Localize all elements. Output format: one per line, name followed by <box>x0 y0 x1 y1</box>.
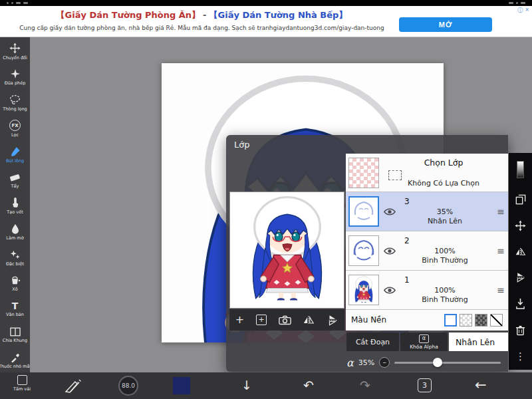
layer-thumbnail[interactable] <box>348 275 379 305</box>
selection-title: Chọn Lớp <box>379 158 508 168</box>
layer-blend-mode: Bình Thường <box>396 295 493 305</box>
tool-divide-frame[interactable]: Chia Khung <box>0 323 30 348</box>
frame-divider-icon <box>10 327 21 336</box>
redo-button[interactable]: ↷ <box>360 377 370 393</box>
flip-vertical-icon[interactable] <box>516 271 525 283</box>
layer-row-3[interactable]: 3 35% Nhân Lên ≡ <box>346 192 508 231</box>
layers-panel-title: Lớp <box>234 140 249 150</box>
more-options-icon[interactable]: ⋮ <box>515 352 525 362</box>
tool-label: Tẩy <box>11 184 19 189</box>
canvas-icon <box>17 375 27 385</box>
background-color-label: Màu Nền <box>351 315 386 325</box>
layers-button[interactable]: 3 <box>418 378 432 392</box>
tool-magic-wand[interactable]: Đũa phép <box>0 65 30 90</box>
opacity-decrease-button[interactable]: – <box>379 357 390 368</box>
dual-pen-icon <box>64 383 82 396</box>
add-special-layer-icon[interactable]: + <box>256 315 267 325</box>
ad-open-button[interactable]: MỞ <box>399 17 492 32</box>
selection-layer-row[interactable]: Chọn Lớp Không Có Lựa Chọn <box>346 154 508 192</box>
status-bar <box>0 0 532 6</box>
opacity-value: 35% <box>358 358 374 367</box>
drag-handle-icon[interactable]: ≡ <box>493 206 508 217</box>
back-button[interactable]: ← <box>475 377 487 393</box>
layer-opacity: 100% <box>396 286 493 295</box>
move-layer-icon[interactable] <box>515 220 526 231</box>
tool-brush[interactable]: Bút lông <box>0 142 30 168</box>
tool-special[interactable]: Đặc biệt <box>0 245 30 271</box>
drag-handle-icon[interactable]: ≡ <box>493 285 508 295</box>
canvas-tool-label: Tầm vải <box>7 386 37 392</box>
text-tool-icon: T <box>12 301 19 311</box>
flip-vertical-icon[interactable] <box>328 314 338 326</box>
camera-import-icon[interactable] <box>279 315 291 325</box>
color-bar-icon[interactable] <box>517 161 524 178</box>
merge-down-icon[interactable] <box>515 298 525 309</box>
layer-thumbnail[interactable] <box>348 235 379 266</box>
ad-text[interactable]: 【Giấy Dán Tường Phòng Ăn】-【Giấy Dán Tườn… <box>8 9 396 31</box>
app-screen: ⓘ × 【Giấy Dán Tường Phòng Ăn】-【Giấy Dán … <box>0 0 532 399</box>
tool-lasso[interactable]: Thòng lọng <box>0 90 30 116</box>
layer-name: 3 <box>396 197 493 207</box>
alpha-lock-icon: α <box>419 334 429 343</box>
selection-thumbnail <box>348 158 379 188</box>
layer-thumbnail[interactable] <box>348 196 379 227</box>
bg-swatch-transparent-dark[interactable] <box>475 314 487 327</box>
tool-filter[interactable]: FX Lọc <box>0 116 30 142</box>
blend-mode-dropdown[interactable]: Nhân Lên <box>449 332 508 351</box>
tool-text[interactable]: T Văn bản <box>0 297 30 323</box>
opacity-slider[interactable] <box>394 357 501 368</box>
tool-transform[interactable]: Chuyển đổi <box>0 39 30 65</box>
flip-horizontal-icon[interactable] <box>515 247 526 257</box>
current-color-swatch[interactable] <box>173 377 190 394</box>
layer-toolbar: + + <box>229 309 344 331</box>
tool-label: Đặc biệt <box>6 261 24 267</box>
ad-subtitle: Cung cấp giấy dán tường phòng ăn, nhà bế… <box>8 25 396 31</box>
flip-horizontal-icon[interactable] <box>303 315 315 325</box>
ad-close-icon[interactable]: × <box>525 7 529 14</box>
alpha-lock-button[interactable]: α Khóa Alpha <box>400 332 448 351</box>
bg-swatch-white[interactable] <box>444 314 457 327</box>
layer-blend-mode: Bình Thường <box>396 256 493 265</box>
bg-swatch-transparent-light[interactable] <box>460 314 472 327</box>
bg-swatch-none[interactable] <box>490 314 503 327</box>
ad-title-red: 【Giấy Dán Tường Phòng Ăn】 <box>57 10 201 20</box>
layer-name: 2 <box>396 236 493 247</box>
layer-row-2[interactable]: 2 100% Bình Thường ≡ <box>346 231 508 271</box>
tool-label: Tạo vết <box>7 209 23 215</box>
transform-icon <box>9 43 21 54</box>
lasso-icon <box>9 94 21 105</box>
brush-icon <box>10 146 21 157</box>
selection-subtitle: Không Có Lựa Chọn <box>379 179 508 188</box>
status-left-icons <box>7 2 28 4</box>
undo-button[interactable]: ↶ <box>303 377 314 393</box>
add-layer-icon[interactable]: + <box>235 315 244 325</box>
tool-blur[interactable]: Làm mờ <box>0 219 30 245</box>
bottom-toolbar: Tầm vải 88.0 ↓ ↶ ↷ 3 ← <box>0 372 532 399</box>
trash-icon[interactable] <box>515 325 525 336</box>
canvas-tool-button[interactable]: Tầm vải <box>7 375 37 392</box>
tool-bucket[interactable]: Xô <box>0 271 30 297</box>
opacity-slider-knob[interactable] <box>433 358 442 367</box>
alpha-symbol: α <box>346 356 354 369</box>
ad-info-icon[interactable]: ⓘ <box>517 7 523 14</box>
visibility-eye-icon[interactable] <box>383 207 396 216</box>
visibility-eye-icon[interactable] <box>383 247 396 255</box>
brush-pair-button[interactable] <box>64 378 82 396</box>
layer-preview <box>229 192 344 309</box>
ad-banner[interactable]: ⓘ × 【Giấy Dán Tường Phòng Ăn】-【Giấy Dán … <box>0 6 532 37</box>
layer-name: 1 <box>396 275 493 286</box>
eraser-icon <box>9 172 21 182</box>
paint-bucket-icon <box>9 275 21 285</box>
tool-eraser[interactable]: Tẩy <box>0 168 30 194</box>
brush-size-indicator[interactable]: 88.0 <box>118 376 138 396</box>
tool-eyedropper[interactable]: Thuốc nhỏ mắt <box>0 348 30 372</box>
collapse-toolbar-icon[interactable]: ↓ <box>241 377 252 393</box>
tool-sidebar: Chuyển đổi Đũa phép Thòng lọng FX Lọc Bú… <box>0 37 30 372</box>
layer-row-1[interactable]: 1 100% Bình Thường ≡ <box>346 271 508 310</box>
tool-smudge[interactable]: Tạo vết <box>0 194 30 219</box>
duplicate-layer-icon[interactable] <box>515 194 526 205</box>
visibility-eye-icon[interactable] <box>383 286 396 295</box>
ad-title: 【Giấy Dán Tường Phòng Ăn】-【Giấy Dán Tườn… <box>8 9 396 21</box>
clipping-button[interactable]: Cắt Đoạn <box>346 332 399 351</box>
drag-handle-icon[interactable]: ≡ <box>493 245 508 256</box>
